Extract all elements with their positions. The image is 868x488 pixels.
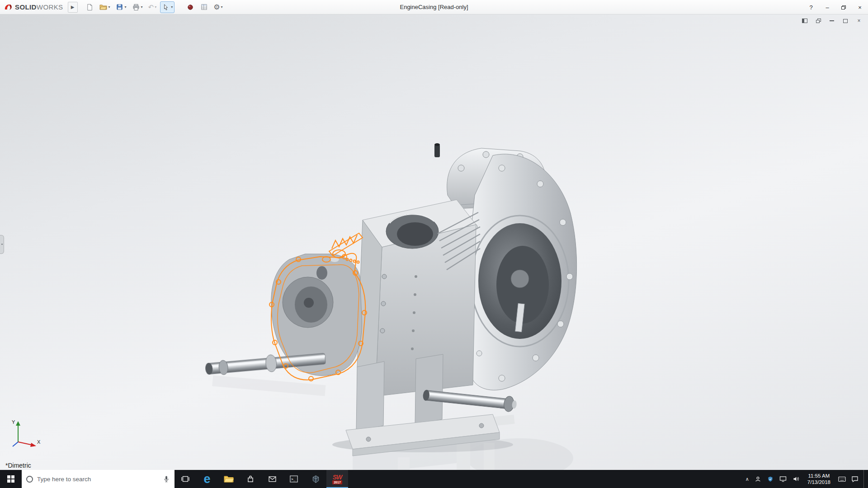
dock-window-button[interactable] [801, 17, 808, 24]
minimize-icon: – [826, 4, 829, 11]
doc-minimize-button[interactable] [828, 17, 835, 24]
keyboard-icon [838, 476, 846, 482]
microphone-icon[interactable] [163, 475, 170, 483]
graphics-viewport[interactable]: × [0, 14, 868, 470]
x-axis-label: X [37, 439, 41, 445]
close-icon: × [858, 4, 862, 11]
options-button[interactable]: ⚙ ▾ [212, 1, 224, 13]
document-title: EngineCasing [Read-only] [400, 0, 468, 14]
save-floppy-icon [116, 3, 124, 11]
mail-app-button[interactable] [261, 470, 283, 488]
x-axis-arrow [30, 443, 36, 447]
minimize-button[interactable]: – [819, 0, 835, 14]
windows-logo-icon [7, 475, 14, 483]
view-orientation-label: *Dimetric [5, 462, 31, 469]
help-button[interactable]: ? [803, 0, 819, 14]
doc-close-button[interactable]: × [855, 17, 863, 24]
prompt-glyph: >_ [291, 477, 296, 481]
mail-envelope-icon [268, 475, 277, 483]
file-explorer-button[interactable] [218, 470, 240, 488]
windows-taskbar: e >_ [0, 470, 868, 488]
undo-icon: ↶ [148, 4, 154, 10]
doc-maximize-icon [843, 19, 848, 23]
edge-app-button[interactable]: e [196, 470, 218, 488]
taskbar-clock[interactable]: 11:55 AM 7/13/2018 [805, 473, 833, 485]
orientation-triad: Y X [8, 417, 44, 451]
y-axis-arrow [16, 421, 20, 426]
task-view-button[interactable] [175, 470, 196, 488]
help-icon: ? [809, 4, 812, 11]
new-document-icon [86, 3, 94, 11]
command-prompt-button[interactable]: >_ [283, 470, 305, 488]
show-desktop-button[interactable] [863, 470, 866, 488]
select-dropdown-caret[interactable]: ▾ [171, 5, 173, 9]
file-explorer-icon [224, 475, 234, 483]
app-titlebar: SOLIDWORKS ▶ ▾ ▾ [0, 0, 868, 14]
save-dropdown-caret[interactable]: ▾ [125, 5, 127, 9]
doc-maximize-button[interactable] [842, 17, 849, 24]
z-axis-line [13, 442, 18, 446]
tray-expand-chevron[interactable]: ∧ [745, 476, 749, 482]
select-tool-button[interactable]: ▾ [160, 1, 175, 13]
screen: SOLIDWORKS ▶ ▾ ▾ [0, 0, 868, 488]
tray-volume-button[interactable] [792, 475, 800, 483]
select-cursor-icon [162, 3, 170, 11]
store-app-button[interactable] [240, 470, 261, 488]
solidworks-app-icon: SW 2017 [330, 472, 344, 486]
window-controls: ? – × [803, 0, 868, 14]
solidworks-app-button[interactable]: SW 2017 [326, 470, 348, 488]
ds-logo-icon [4, 3, 13, 11]
quick-access-toolbar: ▾ ▾ ▾ ↶ ▾ ▾ [84, 1, 225, 13]
appearances-button[interactable] [184, 1, 196, 13]
dock-icon [802, 19, 807, 23]
y-axis-label: Y [12, 419, 15, 425]
toolbar-flyout-button[interactable]: ▶ [68, 2, 78, 13]
search-input[interactable] [37, 476, 159, 483]
network-icon [779, 476, 787, 482]
doc-restore-icon [816, 19, 821, 23]
brand-text: SOLIDWORKS [15, 3, 63, 11]
cortana-icon [26, 476, 33, 483]
gear-icon: ⚙ [213, 4, 220, 11]
open-dropdown-caret[interactable]: ▾ [108, 5, 110, 9]
undo-dropdown-caret[interactable]: ▾ [155, 5, 156, 9]
edge-icon: e [203, 473, 210, 485]
clock-time: 11:55 AM [807, 473, 830, 479]
clutch-housing[interactable] [468, 154, 577, 390]
options-dropdown-caret[interactable]: ▾ [221, 5, 223, 9]
restore-button[interactable] [835, 0, 852, 14]
engine-casing-model[interactable] [203, 141, 583, 470]
brand-solid: SOLID [15, 3, 37, 11]
save-button[interactable]: ▾ [114, 1, 128, 13]
touch-keyboard-button[interactable] [838, 475, 846, 483]
start-button[interactable] [0, 470, 22, 488]
task-view-icon [181, 475, 190, 483]
cube-app-icon [311, 475, 320, 483]
tray-user-button[interactable] [754, 475, 762, 483]
tray-security-button[interactable] [767, 475, 774, 483]
appearance-sphere-icon [186, 3, 194, 11]
open-button[interactable]: ▾ [98, 1, 112, 13]
print-dropdown-caret[interactable]: ▾ [141, 5, 143, 9]
tray-network-button[interactable] [779, 475, 787, 483]
new-document-button[interactable] [84, 1, 96, 13]
undo-button[interactable]: ↶ ▾ [146, 1, 159, 13]
doc-restore-button[interactable] [815, 17, 822, 24]
close-button[interactable]: × [852, 0, 868, 14]
solidworks-logo: SOLIDWORKS [0, 3, 68, 11]
document-window-controls: × [801, 17, 863, 24]
design-table-button[interactable] [198, 1, 210, 13]
store-bag-icon [246, 475, 255, 483]
open-folder-icon [99, 3, 108, 11]
system-tray: ∧ [745, 470, 868, 488]
3d-app-button[interactable] [305, 470, 326, 488]
action-center-button[interactable] [851, 475, 859, 483]
taskbar-search-box[interactable] [22, 470, 175, 488]
black-pin [434, 145, 440, 157]
sw-logo-text: SW [333, 474, 342, 480]
print-button[interactable]: ▾ [130, 1, 145, 13]
sw-version-text: 2017 [332, 480, 342, 484]
left-panel-collapse-handle[interactable] [0, 235, 4, 254]
shield-icon [767, 476, 774, 483]
speaker-icon [793, 476, 799, 482]
